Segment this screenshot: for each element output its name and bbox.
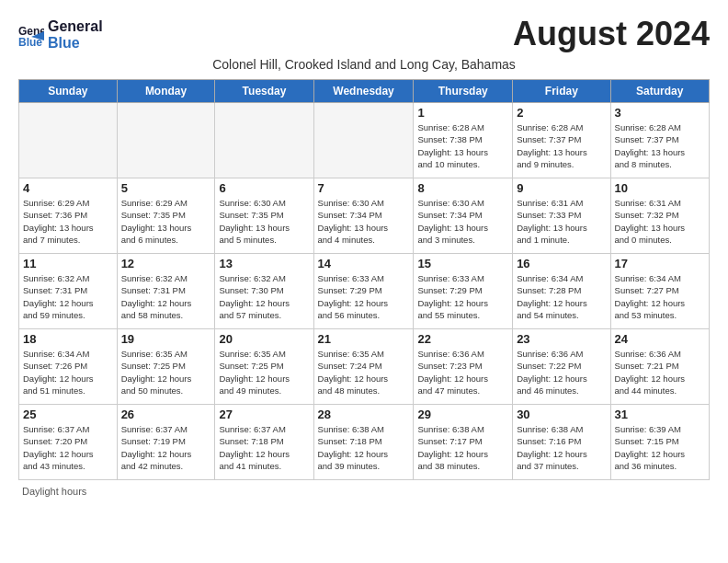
day-header-saturday: Saturday xyxy=(610,80,709,103)
calendar-cell-w2d0: 11Sunrise: 6:32 AMSunset: 7:31 PMDayligh… xyxy=(19,254,118,329)
day-number: 11 xyxy=(23,257,113,270)
day-header-tuesday: Tuesday xyxy=(215,80,313,103)
day-number: 25 xyxy=(23,408,113,421)
day-info: Sunrise: 6:28 AMSunset: 7:37 PMDaylight:… xyxy=(615,121,705,170)
calendar-cell-w1d0: 4Sunrise: 6:29 AMSunset: 7:36 PMDaylight… xyxy=(19,178,118,254)
day-info: Sunrise: 6:38 AMSunset: 7:16 PMDaylight:… xyxy=(517,423,606,472)
day-number: 13 xyxy=(219,257,309,270)
month-title: August 2024 xyxy=(513,15,710,53)
day-number: 28 xyxy=(318,408,410,421)
subtitle: Colonel Hill, Crooked Island and Long Ca… xyxy=(18,57,710,72)
day-number: 10 xyxy=(615,181,705,195)
day-info: Sunrise: 6:30 AMSunset: 7:34 PMDaylight:… xyxy=(417,197,508,246)
logo-icon: General Blue xyxy=(18,22,44,48)
day-number: 15 xyxy=(417,257,508,270)
day-info: Sunrise: 6:38 AMSunset: 7:18 PMDaylight:… xyxy=(318,423,410,472)
day-header-thursday: Thursday xyxy=(414,80,513,103)
day-number: 16 xyxy=(517,257,606,270)
calendar-cell-w3d4: 22Sunrise: 6:36 AMSunset: 7:23 PMDayligh… xyxy=(414,329,513,405)
day-info: Sunrise: 6:32 AMSunset: 7:31 PMDaylight:… xyxy=(23,272,113,321)
svg-text:Blue: Blue xyxy=(18,36,42,48)
day-number: 4 xyxy=(23,181,113,195)
calendar-cell-w0d5: 2Sunrise: 6:28 AMSunset: 7:37 PMDaylight… xyxy=(513,103,610,178)
day-number: 19 xyxy=(121,332,211,346)
calendar-cell-w3d1: 19Sunrise: 6:35 AMSunset: 7:25 PMDayligh… xyxy=(117,329,215,405)
day-number: 30 xyxy=(517,408,606,421)
daylight-label: Daylight hours xyxy=(22,486,86,497)
calendar-cell-w2d6: 17Sunrise: 6:34 AMSunset: 7:27 PMDayligh… xyxy=(610,254,709,329)
day-header-sunday: Sunday xyxy=(19,80,118,103)
day-number: 12 xyxy=(121,257,211,270)
day-number: 3 xyxy=(615,106,705,120)
day-number: 1 xyxy=(417,106,508,120)
day-info: Sunrise: 6:36 AMSunset: 7:23 PMDaylight:… xyxy=(417,348,508,396)
calendar-cell-w3d6: 24Sunrise: 6:36 AMSunset: 7:21 PMDayligh… xyxy=(610,329,709,405)
calendar-week-3: 18Sunrise: 6:34 AMSunset: 7:26 PMDayligh… xyxy=(19,329,710,405)
calendar-table: SundayMondayTuesdayWednesdayThursdayFrid… xyxy=(18,79,710,480)
day-info: Sunrise: 6:30 AMSunset: 7:34 PMDaylight:… xyxy=(318,197,410,246)
day-info: Sunrise: 6:34 AMSunset: 7:27 PMDaylight:… xyxy=(615,272,705,321)
calendar-cell-w1d3: 7Sunrise: 6:30 AMSunset: 7:34 PMDaylight… xyxy=(313,178,414,254)
day-number: 29 xyxy=(417,408,508,421)
page-container: General Blue General Blue August 2024 Co… xyxy=(0,0,728,506)
calendar-cell-w0d1 xyxy=(117,103,215,178)
day-number: 20 xyxy=(219,332,309,346)
calendar-cell-w4d5: 30Sunrise: 6:38 AMSunset: 7:16 PMDayligh… xyxy=(513,405,610,480)
day-info: Sunrise: 6:37 AMSunset: 7:20 PMDaylight:… xyxy=(23,423,113,472)
calendar-cell-w2d1: 12Sunrise: 6:32 AMSunset: 7:31 PMDayligh… xyxy=(117,254,215,329)
day-info: Sunrise: 6:33 AMSunset: 7:29 PMDaylight:… xyxy=(417,272,508,321)
calendar-week-0: 1Sunrise: 6:28 AMSunset: 7:38 PMDaylight… xyxy=(19,103,710,178)
calendar-cell-w1d1: 5Sunrise: 6:29 AMSunset: 7:35 PMDaylight… xyxy=(117,178,215,254)
day-info: Sunrise: 6:39 AMSunset: 7:15 PMDaylight:… xyxy=(615,423,705,472)
day-info: Sunrise: 6:36 AMSunset: 7:22 PMDaylight:… xyxy=(517,348,606,396)
day-info: Sunrise: 6:33 AMSunset: 7:29 PMDaylight:… xyxy=(318,272,410,321)
day-number: 18 xyxy=(23,332,113,346)
day-info: Sunrise: 6:34 AMSunset: 7:26 PMDaylight:… xyxy=(23,348,113,396)
calendar-cell-w0d3 xyxy=(313,103,414,178)
day-number: 14 xyxy=(318,257,410,270)
calendar-cell-w0d4: 1Sunrise: 6:28 AMSunset: 7:38 PMDaylight… xyxy=(414,103,513,178)
calendar-cell-w4d4: 29Sunrise: 6:38 AMSunset: 7:17 PMDayligh… xyxy=(414,405,513,480)
day-info: Sunrise: 6:28 AMSunset: 7:37 PMDaylight:… xyxy=(517,121,606,170)
day-number: 5 xyxy=(121,181,211,195)
logo-line2: Blue xyxy=(48,35,103,52)
calendar-week-2: 11Sunrise: 6:32 AMSunset: 7:31 PMDayligh… xyxy=(19,254,710,329)
calendar-header-row: SundayMondayTuesdayWednesdayThursdayFrid… xyxy=(19,80,710,103)
day-info: Sunrise: 6:34 AMSunset: 7:28 PMDaylight:… xyxy=(517,272,606,321)
day-info: Sunrise: 6:31 AMSunset: 7:32 PMDaylight:… xyxy=(615,197,705,246)
day-info: Sunrise: 6:30 AMSunset: 7:35 PMDaylight:… xyxy=(219,197,309,246)
day-info: Sunrise: 6:32 AMSunset: 7:31 PMDaylight:… xyxy=(121,272,211,321)
day-number: 17 xyxy=(615,257,705,270)
logo: General Blue General Blue xyxy=(18,18,103,51)
calendar-cell-w3d3: 21Sunrise: 6:35 AMSunset: 7:24 PMDayligh… xyxy=(313,329,414,405)
day-info: Sunrise: 6:29 AMSunset: 7:36 PMDaylight:… xyxy=(23,197,113,246)
calendar-cell-w0d2 xyxy=(215,103,313,178)
calendar-cell-w2d4: 15Sunrise: 6:33 AMSunset: 7:29 PMDayligh… xyxy=(414,254,513,329)
calendar-cell-w0d6: 3Sunrise: 6:28 AMSunset: 7:37 PMDaylight… xyxy=(610,103,709,178)
footer-note: Daylight hours xyxy=(18,486,710,497)
day-info: Sunrise: 6:38 AMSunset: 7:17 PMDaylight:… xyxy=(417,423,508,472)
calendar-week-4: 25Sunrise: 6:37 AMSunset: 7:20 PMDayligh… xyxy=(19,405,710,480)
day-number: 8 xyxy=(417,181,508,195)
day-number: 7 xyxy=(318,181,410,195)
day-number: 31 xyxy=(615,408,705,421)
calendar-cell-w4d6: 31Sunrise: 6:39 AMSunset: 7:15 PMDayligh… xyxy=(610,405,709,480)
header: General Blue General Blue August 2024 xyxy=(18,15,710,53)
calendar-cell-w3d2: 20Sunrise: 6:35 AMSunset: 7:25 PMDayligh… xyxy=(215,329,313,405)
calendar-cell-w1d5: 9Sunrise: 6:31 AMSunset: 7:33 PMDaylight… xyxy=(513,178,610,254)
day-info: Sunrise: 6:37 AMSunset: 7:19 PMDaylight:… xyxy=(121,423,211,472)
calendar-cell-w4d1: 26Sunrise: 6:37 AMSunset: 7:19 PMDayligh… xyxy=(117,405,215,480)
day-info: Sunrise: 6:36 AMSunset: 7:21 PMDaylight:… xyxy=(615,348,705,396)
calendar-cell-w0d0 xyxy=(19,103,118,178)
day-info: Sunrise: 6:35 AMSunset: 7:25 PMDaylight:… xyxy=(121,348,211,396)
day-number: 22 xyxy=(417,332,508,346)
calendar-cell-w4d2: 27Sunrise: 6:37 AMSunset: 7:18 PMDayligh… xyxy=(215,405,313,480)
day-number: 9 xyxy=(517,181,606,195)
calendar-cell-w3d0: 18Sunrise: 6:34 AMSunset: 7:26 PMDayligh… xyxy=(19,329,118,405)
day-number: 6 xyxy=(219,181,309,195)
day-number: 23 xyxy=(517,332,606,346)
day-header-wednesday: Wednesday xyxy=(313,80,414,103)
calendar-cell-w1d2: 6Sunrise: 6:30 AMSunset: 7:35 PMDaylight… xyxy=(215,178,313,254)
day-header-monday: Monday xyxy=(117,80,215,103)
calendar-cell-w2d3: 14Sunrise: 6:33 AMSunset: 7:29 PMDayligh… xyxy=(313,254,414,329)
